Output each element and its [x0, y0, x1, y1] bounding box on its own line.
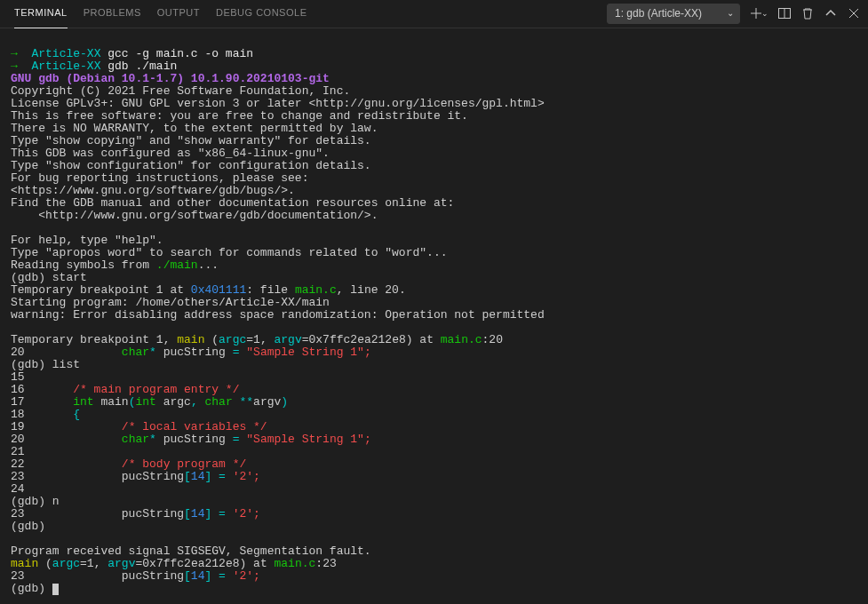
idx: 14 — [191, 470, 205, 483]
l22: 22 — [11, 457, 122, 471]
l21: 21 — [11, 445, 25, 458]
l19: 19 — [11, 420, 122, 433]
br2c: ] — [204, 569, 219, 583]
eqc: = — [219, 470, 233, 483]
gdb-copyright: Copyright (C) 2021 Free Software Foundat… — [11, 84, 350, 98]
br2b: ] — [204, 507, 219, 521]
eq1: =1, — [246, 333, 274, 346]
gdb-license: License GPLv3+: GNU GPL version 3 or lat… — [11, 97, 545, 110]
mainw: main — [94, 395, 129, 409]
gdb-free2: There is NO WARRANTY, to the extent perm… — [11, 122, 378, 135]
l16: 16 — [11, 383, 73, 396]
argv: argv — [275, 333, 302, 346]
brace: { — [73, 408, 80, 421]
l20: 20 — [11, 433, 122, 446]
argv2: argv — [108, 557, 135, 570]
prompt-arrow: → — [11, 60, 18, 73]
eq2: = — [233, 433, 247, 446]
gdb-prompt-empty: (gdb) — [11, 520, 45, 533]
gdb-show2: Type "show configuration" for configurat… — [11, 159, 371, 172]
eq: = — [233, 346, 247, 359]
rp: ) — [281, 395, 288, 409]
maximize-panel-button[interactable] — [824, 6, 838, 20]
terminal-content[interactable]: → Article-XX gcc -g main.c -o main → Art… — [0, 28, 868, 604]
gdb-bugs2: <https://www.gnu.org/software/gdb/bugs/>… — [11, 184, 295, 197]
paren: ( — [204, 333, 219, 346]
cmd-gcc: gcc -g main.c -o main — [108, 47, 253, 60]
l18: 18 — [11, 408, 73, 421]
eqaddr: =0x7ffc2ea212e8) at — [302, 333, 441, 346]
eqaddr2: =0x7ffc2ea212e8) at — [135, 557, 274, 570]
kw-char: char — [122, 346, 149, 359]
gdb-prompt-n: (gdb) n — [11, 495, 60, 508]
warning: warning: Error disabling address space r… — [11, 308, 545, 322]
gdb-prompt-final: (gdb) — [11, 582, 52, 595]
argc2: argc — [52, 557, 80, 570]
terminal-selector[interactable]: 1: gdb (Article-XX) ⌄ — [607, 4, 740, 24]
tab-terminal[interactable]: TERMINAL — [14, 0, 68, 28]
l23b: 23 pucString — [11, 507, 184, 521]
reading-pre: Reading symbols from — [11, 258, 156, 272]
ch2c: '2'; — [233, 569, 260, 583]
l20pre: 20 — [11, 346, 122, 359]
break-pre: Temporary breakpoint 1 at — [11, 283, 191, 297]
star2: * — [149, 433, 156, 446]
mainc2: main.c — [275, 557, 316, 570]
tab-problems[interactable]: PROBLEMS — [84, 0, 141, 28]
prompt-arrow: → — [11, 47, 18, 60]
ch2b: '2'; — [233, 507, 260, 521]
l15: 15 — [11, 370, 25, 384]
colon23: :23 — [315, 557, 336, 570]
gdb-help2: Type "apropos word" to search for comman… — [11, 246, 447, 259]
tab-debug-console[interactable]: DEBUG CONSOLE — [216, 0, 307, 28]
kw-int2: int — [135, 395, 155, 409]
tab-output[interactable]: OUTPUT — [157, 0, 200, 28]
l23: 23 pucString — [11, 470, 184, 483]
c19: /* local variables */ — [122, 420, 267, 433]
eqcb: = — [219, 507, 233, 521]
charw: char — [204, 395, 232, 409]
gdb-prompt-list: (gdb) list — [11, 358, 80, 371]
prompt-cwd: Article-XX — [31, 60, 100, 73]
gdb-banner: GNU gdb (Debian 10.1-1.7) 10.1.90.202101… — [11, 72, 330, 85]
kw-char2: char — [122, 433, 149, 446]
colon20: :20 — [482, 333, 503, 346]
split-terminal-button[interactable] — [777, 6, 792, 20]
reading-path: ./main — [156, 258, 198, 272]
star: * — [149, 346, 156, 359]
gdb-help1: For help, type "help". — [11, 234, 163, 247]
ch2: '2'; — [233, 470, 260, 483]
close-panel-button[interactable] — [847, 6, 861, 20]
l23c: 23 pucString — [11, 569, 184, 583]
sigsegv: Program received signal SIGSEGV, Segment… — [11, 544, 371, 558]
main-fn2: main — [11, 557, 38, 570]
break-post: , line 20. — [337, 283, 406, 297]
puc: pucString — [156, 346, 233, 359]
chevron-down-icon: ⌄ — [727, 7, 734, 20]
starstar: ** — [233, 395, 253, 409]
str: "Sample String 1"; — [246, 346, 370, 359]
gdb-bugs1: For bug reporting instructions, please s… — [11, 171, 308, 185]
panel-header: TERMINAL PROBLEMS OUTPUT DEBUG CONSOLE 1… — [0, 0, 868, 28]
eqcc: = — [219, 569, 233, 583]
c22: /* body program */ — [122, 457, 246, 471]
mainc: main.c — [441, 333, 482, 346]
terminal-selector-label: 1: gdb (Article-XX) — [615, 7, 702, 20]
paren2: ( — [38, 557, 52, 570]
l24: 24 — [11, 482, 25, 496]
gdb-docs1: Find the GDB manual and other documentat… — [11, 196, 454, 210]
comma: , — [191, 395, 205, 409]
hit-pre: Temporary breakpoint 1, — [11, 333, 177, 346]
argvw: argv — [253, 395, 281, 409]
kill-terminal-button[interactable] — [800, 6, 815, 20]
gdb-free1: This is free software: you are free to c… — [11, 109, 468, 123]
br1b: [ — [184, 507, 191, 521]
c16: /* main program entry */ — [73, 383, 239, 396]
gdb-config: This GDB was configured as "x86_64-linux… — [11, 147, 330, 160]
idxb: 14 — [191, 507, 205, 521]
new-terminal-dropdown-icon[interactable]: ⌄ — [761, 8, 768, 20]
idxc: 14 — [191, 569, 205, 583]
prompt-cwd: Article-XX — [31, 47, 100, 60]
cmd-gdb: gdb ./main — [108, 60, 177, 73]
break-file: main.c — [295, 283, 337, 297]
